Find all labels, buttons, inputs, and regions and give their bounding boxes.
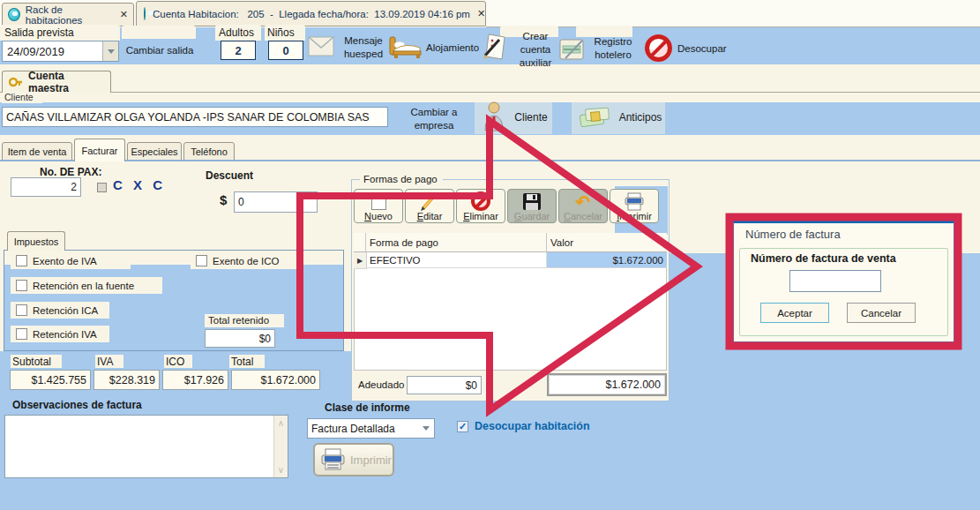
nuevo-button[interactable]: Nuevo (354, 189, 403, 223)
clase-informe-label: Clase de informe (325, 401, 410, 414)
scroll-down-icon[interactable]: ∨ (278, 465, 284, 475)
adultos-field[interactable]: 2 (221, 41, 256, 60)
scroll-up-icon[interactable]: ∧ (278, 418, 284, 428)
observaciones-textarea[interactable]: ∧ ∨ (4, 415, 288, 478)
adultos-label: Adultos (219, 26, 254, 39)
table-row-valor[interactable]: $1.672.000 (547, 252, 667, 268)
tab-label: Cuenta Habitacion: 205 - Llegada fecha/h… (153, 9, 470, 19)
no-entry-icon (645, 34, 672, 62)
aceptar-button[interactable]: Aceptar (760, 303, 829, 323)
cancelar-button[interactable]: ↶ Cancelar (558, 189, 608, 223)
column-header-valor[interactable]: Valor (547, 233, 667, 252)
person-icon (483, 101, 505, 131)
tab-label: Rack de habitaciones (26, 4, 113, 26)
mensaje-huesped-button[interactable]: Mensaje huesped (336, 34, 391, 62)
retencion-ica-checkbox[interactable] (16, 304, 27, 316)
salida-prevista-value: 24/09/2019 (3, 41, 102, 61)
formas-pago-title: Formas de pago (363, 174, 438, 184)
tab-cuenta-maestra[interactable]: Cuenta maestra (2, 71, 111, 93)
payment-total-field: $1.672.000 (547, 373, 667, 396)
salida-prevista-label: Salida prevista (4, 26, 74, 39)
cancelar-dialog-button[interactable]: Cancelar (847, 303, 916, 323)
tab-telefono[interactable]: Teléfono (183, 142, 235, 161)
app-window: Rack de habitaciones ✕ Cuenta Habitacion… (0, 0, 980, 510)
retencion-fuente-label: Retención en la fuente (33, 281, 134, 291)
numero-factura-venta-label: Número de factura de venta (751, 252, 896, 265)
exento-ico-label: Exento de ICO (213, 256, 279, 266)
tab-rack-habitaciones[interactable]: Rack de habitaciones ✕ (2, 3, 134, 26)
retencion-iva-label: Retención IVA (33, 329, 97, 340)
check-icon: ✓ (459, 421, 467, 432)
row-marker-icon: ▶ (354, 252, 367, 269)
dropdown-arrow-icon[interactable] (102, 41, 118, 61)
close-icon[interactable]: ✕ (120, 9, 128, 20)
clase-informe-combobox[interactable]: Factura Detallada (307, 418, 435, 439)
cambiar-salida-button[interactable]: Cambiar salida (121, 40, 198, 61)
exento-iva-label: Exento de IVA (33, 256, 97, 266)
iva-label: IVA (97, 356, 113, 368)
close-icon[interactable]: ✕ (477, 8, 485, 19)
cambiar-a-empresa-button[interactable]: Cambiar a empresa (397, 104, 471, 134)
observaciones-label: Observaciones de factura (12, 399, 142, 411)
no-entry-icon (471, 191, 490, 211)
desocupar-button[interactable]: Desocupar (677, 43, 727, 54)
cliente-button[interactable]: Cliente (512, 110, 550, 124)
printer-icon (320, 448, 347, 471)
editar-button[interactable]: Editar (405, 189, 454, 223)
imprimir-pago-button[interactable]: Imprimir (610, 189, 659, 223)
retencion-iva-checkbox[interactable] (16, 328, 27, 340)
exento-iva-checkbox[interactable] (16, 255, 27, 266)
envelope-icon (308, 36, 334, 56)
total-field: $1.672.000 (231, 370, 320, 390)
tab-icon (8, 8, 20, 21)
tab-label: Cuenta maestra (28, 70, 104, 94)
content-top-border (0, 160, 980, 161)
tab-impuestos[interactable]: Impuestos (7, 231, 65, 251)
tab-especiales[interactable]: Especiales (127, 142, 182, 161)
cxc-checkbox[interactable] (97, 183, 107, 192)
ico-field: $17.926 (162, 370, 228, 390)
imprimir-button[interactable]: Imprimir (313, 443, 394, 476)
total-retenido-label: Total retenido (208, 315, 269, 326)
exento-ico-checkbox[interactable] (196, 255, 207, 266)
crear-cuenta-auxiliar-button[interactable]: Crear cuenta auxiliar (508, 29, 563, 70)
tab-icon (144, 7, 146, 20)
cliente-field[interactable]: CAÑAS VILLAMIZAR OLGA YOLANDA -IPS SANAR… (2, 107, 388, 127)
currency-symbol: $ (220, 192, 227, 207)
alojamiento-button[interactable]: Alojamiento (426, 42, 479, 53)
new-page-icon (371, 192, 386, 210)
total-retenido-field[interactable]: $0 (205, 329, 275, 348)
table-row-forma[interactable]: EFECTIVO (366, 252, 547, 268)
cxc-label: C X C (113, 177, 166, 192)
registro-hotelero-button[interactable]: Registro hotelero (587, 35, 639, 62)
tab-cuenta-habitacion[interactable]: Cuenta Habitacion: 205 - Llegada fecha/h… (136, 1, 486, 26)
save-disk-icon (522, 192, 542, 211)
pax-label: No. DE PAX: (40, 166, 101, 178)
ico-label: ICO (166, 356, 184, 368)
subtotal-field: $1.425.755 (10, 370, 91, 390)
key-icon (9, 76, 23, 88)
numero-factura-input[interactable] (789, 270, 881, 292)
scrollbar[interactable]: ∧ ∨ (273, 416, 288, 477)
total-label: Total (231, 356, 253, 368)
notepad-icon (559, 37, 587, 61)
note-pencil-icon (482, 33, 508, 62)
desocupar-habitacion-checkbox[interactable]: ✓ (457, 421, 468, 432)
tab-facturar[interactable]: Facturar (74, 139, 125, 161)
table-corner (354, 233, 366, 252)
salida-prevista-combobox[interactable]: 24/09/2019 (2, 41, 119, 62)
cliente-label: Cliente (4, 92, 34, 102)
retencion-fuente-checkbox[interactable] (16, 280, 27, 291)
ninos-field[interactable]: 0 (268, 41, 303, 60)
column-header-forma[interactable]: Forma de pago (366, 233, 547, 252)
anticipos-button[interactable]: Anticipos (617, 110, 663, 124)
retencion-ica-label: Retención ICA (33, 305, 98, 316)
adeudado-field[interactable]: $0 (407, 376, 482, 394)
eliminar-button[interactable]: Eliminar (456, 189, 505, 223)
tab-item-de-venta[interactable]: Item de venta (2, 142, 72, 161)
guardar-button[interactable]: Guardar (507, 189, 557, 223)
pax-field[interactable]: 2 (11, 177, 81, 197)
descuento-field[interactable]: 0 (234, 191, 318, 213)
clase-informe-value: Factura Detallada (308, 419, 418, 438)
dropdown-arrow-icon[interactable] (418, 419, 434, 438)
